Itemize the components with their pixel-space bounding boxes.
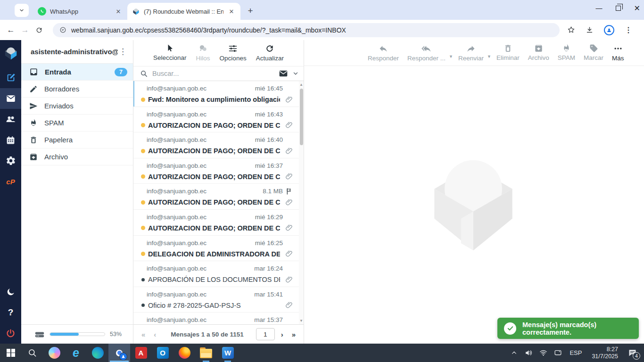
last-page-button[interactable]: » xyxy=(289,330,298,338)
select-button[interactable]: Seleccionar xyxy=(150,44,190,61)
language-indicator[interactable]: ESP xyxy=(567,349,585,356)
acrobat-button[interactable]: A xyxy=(130,344,152,362)
message-row[interactable]: info@sanjuan.gob.ec mar 16:24 APROBACIÓN… xyxy=(133,261,299,287)
folder-drafts[interactable]: Borradores xyxy=(21,81,133,98)
notification-center-button[interactable]: 4 xyxy=(625,349,639,357)
scrollbar-thumb[interactable] xyxy=(300,89,303,145)
compose-button[interactable] xyxy=(0,67,21,88)
message-status-dot[interactable] xyxy=(141,174,145,179)
restore-button[interactable] xyxy=(616,6,621,11)
message-row[interactable]: info@sanjuan.gob.ec mié 16:29 AUTORIZACI… xyxy=(133,210,299,236)
account-menu-icon[interactable]: ⋮ xyxy=(118,47,128,57)
taskbar-clock[interactable]: 8:27 31/7/2025 xyxy=(588,346,622,360)
download-icon[interactable] xyxy=(586,26,594,34)
word-button[interactable]: W xyxy=(217,344,239,362)
folder-spam[interactable]: SPAM xyxy=(21,115,133,132)
folder-trash[interactable]: Papelera xyxy=(21,132,133,148)
taskbar-search-button[interactable] xyxy=(22,344,43,362)
message-status-dot[interactable] xyxy=(141,278,145,281)
contacts-nav-button[interactable] xyxy=(0,109,21,130)
tray-cast-icon[interactable] xyxy=(552,349,563,357)
internet-explorer-button[interactable]: e xyxy=(65,344,87,362)
folder-sent[interactable]: Enviados xyxy=(21,98,133,115)
tab-roundcube-active[interactable]: (7) Roundcube Webmail :: Entra ✕ xyxy=(127,3,240,20)
folder-inbox[interactable]: Entrada 7 xyxy=(21,64,133,81)
refresh-button[interactable]: Actualizar xyxy=(253,44,287,62)
tab-search-button[interactable] xyxy=(15,4,29,17)
close-button[interactable]: ✕ xyxy=(634,4,640,13)
copilot-button[interactable] xyxy=(43,344,65,362)
mail-nav-button[interactable] xyxy=(0,88,21,109)
message-row[interactable]: info@sanjuan.gob.ec 8.1 MB AUTORIZACION … xyxy=(133,184,299,210)
message-row[interactable]: info@sanjuan.gob.ec mié 16:40 AUTORIZACI… xyxy=(133,132,299,158)
site-info-icon[interactable] xyxy=(59,26,66,33)
message-status-dot[interactable] xyxy=(141,200,145,205)
archive-button[interactable]: Archivo xyxy=(525,44,553,61)
message-status-dot[interactable] xyxy=(141,149,145,153)
tab-close-icon[interactable]: ✕ xyxy=(114,7,123,16)
message-row[interactable]: info@sanjuan.gob.ec mié 16:25 DELEGACION… xyxy=(133,236,299,262)
chrome-button-active[interactable] xyxy=(108,344,130,362)
tab-close-icon[interactable]: ✕ xyxy=(227,7,236,16)
threads-button[interactable]: Hilos xyxy=(193,44,213,62)
firefox-button[interactable] xyxy=(173,344,195,362)
search-scope-mail-icon[interactable] xyxy=(279,69,288,78)
scroll-down-icon[interactable]: ▼ xyxy=(299,319,304,323)
message-row[interactable]: info@sanjuan.gob.ec mié 16:43 AUTORIZACI… xyxy=(133,107,299,133)
list-scrollbar[interactable]: ▲ ▼ xyxy=(299,81,304,324)
forward-button[interactable]: → xyxy=(18,25,32,35)
scroll-up-icon[interactable]: ▲ xyxy=(299,82,304,87)
message-status-dot[interactable] xyxy=(141,98,145,102)
file-explorer-button[interactable] xyxy=(195,344,217,362)
options-button[interactable]: Opciones xyxy=(217,44,249,62)
spam-button[interactable]: SPAM xyxy=(554,44,578,61)
message-status-dot[interactable] xyxy=(141,226,145,230)
start-button[interactable] xyxy=(0,344,22,362)
settings-nav-button[interactable] xyxy=(0,150,21,171)
message-row[interactable]: info@sanjuan.gob.ec mié 16:45 Fwd: Monit… xyxy=(133,81,299,107)
toast-notification[interactable]: Mensaje(s) marcado(s) correctamente. xyxy=(497,318,639,339)
delete-button[interactable]: Eliminar xyxy=(493,44,523,61)
profile-avatar[interactable] xyxy=(604,25,614,35)
search-options-chevron-icon[interactable] xyxy=(292,70,299,77)
volume-icon[interactable] xyxy=(523,349,534,357)
reply-all-menu-caret[interactable]: ▼ xyxy=(449,54,453,66)
wifi-icon[interactable] xyxy=(537,349,549,357)
first-page-button[interactable]: « xyxy=(139,330,148,338)
reply-all-button[interactable]: Responder ... xyxy=(404,44,449,62)
minimize-button[interactable]: — xyxy=(596,4,603,12)
reply-button[interactable]: Responder xyxy=(364,44,402,62)
back-button[interactable]: ← xyxy=(4,25,18,35)
help-button[interactable]: ? xyxy=(0,302,21,323)
next-page-button[interactable]: › xyxy=(279,330,286,338)
tab-whatsapp[interactable]: WhatsApp ✕ xyxy=(33,3,127,20)
new-tab-button[interactable]: + xyxy=(244,5,256,17)
forward-menu-caret[interactable]: ▼ xyxy=(487,54,491,66)
outlook-button[interactable]: O xyxy=(152,344,173,362)
message-status-dot[interactable] xyxy=(141,123,145,127)
bookmark-star-icon[interactable] xyxy=(567,26,575,34)
message-status-dot[interactable] xyxy=(141,252,145,256)
search-input[interactable] xyxy=(152,70,274,77)
more-button[interactable]: Más xyxy=(609,44,627,62)
reload-button[interactable] xyxy=(32,26,46,34)
browser-menu-icon[interactable]: ⋮ xyxy=(625,25,632,34)
tray-expand-icon[interactable] xyxy=(508,350,520,356)
page-number-input[interactable] xyxy=(256,328,275,340)
message-row[interactable]: info@sanjuan.gob.ec mar 15:37 xyxy=(133,313,299,324)
dark-mode-button[interactable] xyxy=(0,281,21,302)
folder-archive[interactable]: Archivo xyxy=(21,148,133,165)
message-row[interactable]: info@sanjuan.gob.ec mar 15:41 Oficio # 2… xyxy=(133,287,299,313)
message-flag-slot[interactable] xyxy=(283,188,293,195)
edge-button[interactable] xyxy=(87,344,108,362)
mark-button[interactable]: Marcar xyxy=(580,44,607,61)
address-bar[interactable]: webmail.sanjuan.gob.ec/cpsess5382568460/… xyxy=(53,23,560,37)
prev-page-button[interactable]: ‹ xyxy=(151,330,158,338)
roundcube-logo[interactable] xyxy=(0,43,21,64)
calendar-nav-button[interactable] xyxy=(0,130,21,150)
message-status-dot[interactable] xyxy=(141,304,145,307)
logout-button[interactable] xyxy=(0,323,21,344)
forward-button[interactable]: Reenviar xyxy=(455,44,487,62)
message-row[interactable]: info@sanjuan.gob.ec mié 16:37 AUTORIZACI… xyxy=(133,158,299,184)
cpanel-logo[interactable]: cP xyxy=(0,171,21,192)
